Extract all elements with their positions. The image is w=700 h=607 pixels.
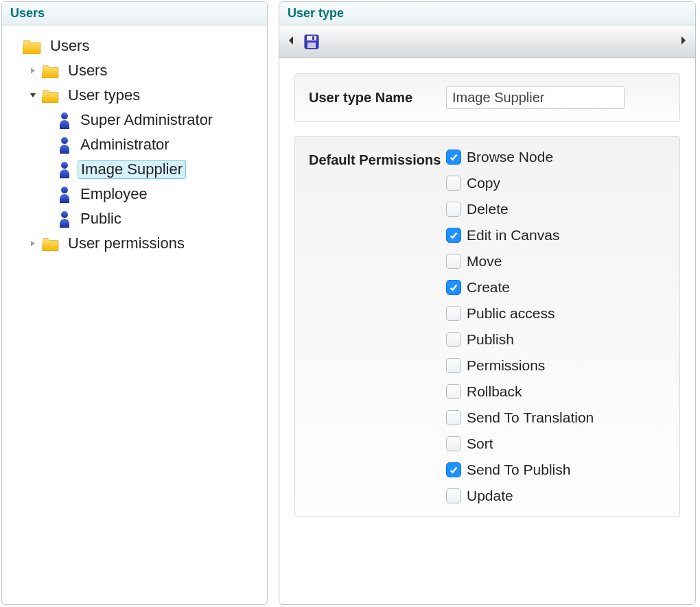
permission-checkbox[interactable] xyxy=(446,358,461,373)
person-icon xyxy=(57,160,72,178)
user-type-name-input[interactable] xyxy=(446,86,625,109)
tree-node-image-supplier[interactable]: Image Supplier xyxy=(56,157,261,182)
tree-node-super-administrator[interactable]: Super Administrator xyxy=(56,108,261,132)
permission-checkbox[interactable] xyxy=(446,332,461,347)
tree-node-public[interactable]: Public xyxy=(56,206,261,231)
permission-label: Rollback xyxy=(467,383,522,400)
permission-checkbox[interactable] xyxy=(446,436,461,451)
permission-checkbox[interactable] xyxy=(446,488,461,503)
permission-item: Move xyxy=(446,253,666,270)
permission-item: Edit in Canvas xyxy=(446,227,666,243)
permission-checkbox[interactable] xyxy=(446,202,461,217)
permission-label: Move xyxy=(467,253,502,270)
toolbar xyxy=(279,25,695,58)
permission-checkbox[interactable] xyxy=(446,384,461,399)
name-label: User type Name xyxy=(309,86,446,106)
permission-label: Publish xyxy=(467,331,514,348)
permission-checkbox[interactable] xyxy=(446,228,461,243)
chevron-right-icon[interactable] xyxy=(28,239,38,248)
svg-point-1 xyxy=(61,137,68,144)
permission-label: Public access xyxy=(467,305,555,322)
svg-point-4 xyxy=(61,211,68,218)
svg-point-0 xyxy=(61,112,68,119)
permission-label: Delete xyxy=(467,201,509,217)
folder-icon xyxy=(42,88,60,103)
permission-label: Send To Publish xyxy=(467,462,570,478)
person-icon xyxy=(57,210,72,228)
svg-point-2 xyxy=(61,162,68,169)
nav-prev-button[interactable] xyxy=(288,36,294,47)
permission-label: Update xyxy=(467,488,513,504)
tree-node-label: Image Supplier xyxy=(78,160,186,179)
user-type-panel-title: User type xyxy=(279,2,695,25)
tree-root-label: Users xyxy=(47,36,92,56)
tree-node-user-permissions[interactable]: User permissions xyxy=(27,231,261,256)
person-icon xyxy=(57,185,72,203)
users-tree: Users Users xyxy=(2,25,267,264)
permission-item: Publish xyxy=(446,331,666,348)
permission-item: Create xyxy=(446,279,666,296)
users-panel: Users Users Users xyxy=(1,1,268,605)
blank-expander xyxy=(9,41,19,51)
permission-item: Browse Node xyxy=(446,149,666,165)
user-type-panel: User type xyxy=(279,1,696,605)
permission-item: Delete xyxy=(446,201,666,217)
permission-checkbox[interactable] xyxy=(446,306,461,321)
permission-checkbox[interactable] xyxy=(446,280,461,295)
tree-node-label: User types xyxy=(65,86,143,105)
tree-node-user-types[interactable]: User types xyxy=(27,83,261,108)
nav-next-button[interactable] xyxy=(680,36,687,47)
permission-item: Update xyxy=(446,488,666,504)
svg-point-3 xyxy=(61,187,68,193)
chevron-right-icon[interactable] xyxy=(28,66,38,75)
permission-checkbox[interactable] xyxy=(446,254,461,269)
permission-item: Rollback xyxy=(446,383,666,400)
svg-rect-7 xyxy=(307,43,316,48)
tree-node-employee[interactable]: Employee xyxy=(56,182,261,206)
permission-label: Create xyxy=(467,279,510,296)
permission-checkbox[interactable] xyxy=(446,150,461,165)
tree-node-label: User permissions xyxy=(65,234,187,253)
permission-item: Sort xyxy=(446,436,666,452)
save-icon[interactable] xyxy=(304,34,319,49)
permission-item: Public access xyxy=(446,305,666,322)
chevron-down-icon[interactable] xyxy=(28,91,38,100)
tree-root-users[interactable]: Users xyxy=(8,34,261,58)
permissions-label: Default Permissions xyxy=(309,149,446,168)
permission-label: Browse Node xyxy=(467,149,553,165)
permission-checkbox[interactable] xyxy=(446,462,461,477)
tree-node-label: Administrator xyxy=(78,135,172,154)
svg-rect-6 xyxy=(307,36,316,40)
permission-item: Send To Publish xyxy=(446,462,666,478)
permission-item: Send To Translation xyxy=(446,409,666,426)
permission-label: Sort xyxy=(467,436,493,452)
folder-icon xyxy=(42,63,60,78)
name-section: User type Name xyxy=(294,73,680,122)
tree-node-label: Super Administrator xyxy=(78,110,215,130)
permission-checkbox[interactable] xyxy=(446,410,461,425)
person-icon xyxy=(57,136,72,154)
permission-label: Edit in Canvas xyxy=(467,227,559,243)
permission-checkbox[interactable] xyxy=(446,176,461,191)
permission-label: Permissions xyxy=(467,357,545,374)
permissions-section: Default Permissions Browse NodeCopyDelet… xyxy=(294,136,680,517)
person-icon xyxy=(57,111,72,129)
permission-item: Copy xyxy=(446,175,666,191)
tree-node-label: Employee xyxy=(78,185,150,204)
svg-rect-8 xyxy=(312,36,314,40)
folder-icon xyxy=(42,236,60,251)
permissions-list: Browse NodeCopyDeleteEdit in CanvasMoveC… xyxy=(446,149,666,504)
tree-node-label: Users xyxy=(65,61,110,80)
tree-node-users[interactable]: Users xyxy=(27,58,261,83)
permission-label: Copy xyxy=(467,175,500,191)
permission-label: Send To Translation xyxy=(467,409,594,426)
tree-node-administrator[interactable]: Administrator xyxy=(56,132,261,157)
folder-icon xyxy=(23,38,42,54)
users-panel-title: Users xyxy=(2,2,267,25)
form-area: User type Name Default Permissions Brows… xyxy=(279,58,695,546)
tree-node-label: Public xyxy=(78,209,124,228)
permission-item: Permissions xyxy=(446,357,666,374)
